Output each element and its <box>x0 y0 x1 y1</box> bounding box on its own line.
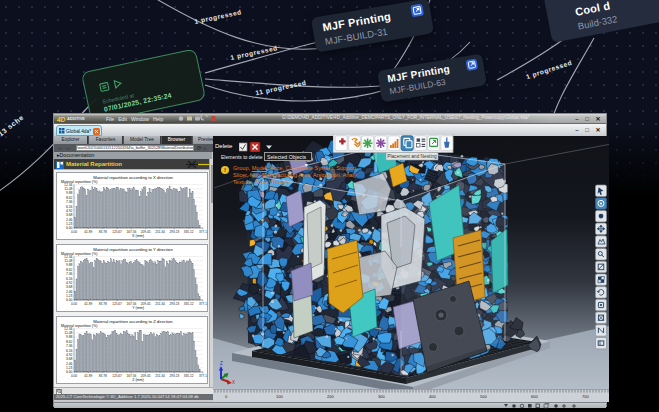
svg-text:9.88: 9.88 <box>66 263 73 267</box>
svg-text:0.00: 0.00 <box>71 302 77 306</box>
svg-text:251.34: 251.34 <box>155 230 165 234</box>
svg-text:83.78: 83.78 <box>99 302 107 306</box>
svg-text:125.67: 125.67 <box>112 374 122 378</box>
svg-text:Material repartition according: Material repartition according to Y dire… <box>93 247 173 252</box>
svg-text:Material repartition according: Material repartition according to X dire… <box>93 175 173 180</box>
svg-text:209.45: 209.45 <box>141 374 151 378</box>
svg-text:400: 400 <box>429 394 436 399</box>
svg-text:Placement and Nesting: Placement and Nesting <box>387 154 437 159</box>
svg-text:Z: Z <box>220 361 223 366</box>
svg-text:12.34: 12.34 <box>64 255 73 259</box>
svg-text:9.88: 9.88 <box>66 335 73 339</box>
svg-text:335.12: 335.12 <box>184 374 194 378</box>
svg-text:0.00: 0.00 <box>71 230 77 234</box>
svg-text:335.12: 335.12 <box>184 230 194 234</box>
svg-text:7.36: 7.36 <box>66 272 73 276</box>
svg-text:251.34: 251.34 <box>155 302 165 306</box>
svg-text:X (mm): X (mm) <box>132 234 144 238</box>
svg-text:Z (mm): Z (mm) <box>132 378 144 382</box>
svg-text:2.46: 2.46 <box>66 290 73 294</box>
svg-text:4.92: 4.92 <box>66 281 73 285</box>
svg-text:4.92: 4.92 <box>66 209 73 213</box>
svg-text:83.78: 83.78 <box>99 230 107 234</box>
svg-text:0.00: 0.00 <box>71 374 77 378</box>
svg-text:209.45: 209.45 <box>141 302 151 306</box>
svg-text:2.46: 2.46 <box>66 362 73 366</box>
svg-text:X: X <box>232 380 235 385</box>
svg-text:41.89: 41.89 <box>84 302 92 306</box>
svg-text:209.45: 209.45 <box>141 230 151 234</box>
svg-text:12.34: 12.34 <box>64 327 73 331</box>
svg-text:500: 500 <box>480 394 487 399</box>
svg-text:9.88: 9.88 <box>66 191 73 195</box>
svg-text:Material repartition according: Material repartition according to Z dire… <box>93 319 173 324</box>
svg-text:7.36: 7.36 <box>66 200 73 204</box>
svg-text:41.89: 41.89 <box>84 230 92 234</box>
svg-text:83.78: 83.78 <box>99 374 107 378</box>
svg-text:4.92: 4.92 <box>66 353 73 357</box>
svg-text:377.1: 377.1 <box>199 374 207 378</box>
svg-text:600: 600 <box>531 394 538 399</box>
svg-text:2.46: 2.46 <box>66 218 73 222</box>
svg-text:293.23: 293.23 <box>169 302 179 306</box>
svg-text:125.67: 125.67 <box>112 230 122 234</box>
svg-text:7.36: 7.36 <box>66 344 73 348</box>
svg-text:200: 200 <box>327 394 334 399</box>
svg-text:377.1: 377.1 <box>199 230 207 234</box>
svg-text:125.67: 125.67 <box>112 302 122 306</box>
svg-text:100: 100 <box>276 394 283 399</box>
svg-text:293.23: 293.23 <box>169 374 179 378</box>
svg-text:41.89: 41.89 <box>84 374 92 378</box>
svg-text:167.56: 167.56 <box>126 374 136 378</box>
svg-text:335.12: 335.12 <box>184 302 194 306</box>
svg-text:251.34: 251.34 <box>155 374 165 378</box>
svg-text:377.1: 377.1 <box>199 302 207 306</box>
svg-text:700: 700 <box>582 394 589 399</box>
svg-text:167.56: 167.56 <box>126 230 136 234</box>
svg-text:300: 300 <box>378 394 385 399</box>
svg-text:293.23: 293.23 <box>169 230 179 234</box>
svg-text:167.56: 167.56 <box>126 302 136 306</box>
svg-text:12.34: 12.34 <box>64 183 73 187</box>
svg-text:Y (mm): Y (mm) <box>132 306 144 310</box>
